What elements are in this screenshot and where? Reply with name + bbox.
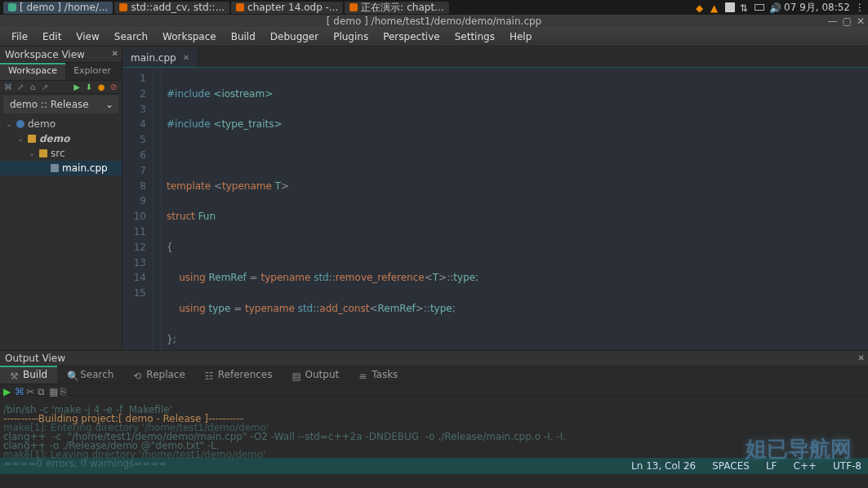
menu-view[interactable]: View — [69, 29, 105, 45]
system-taskbar: [ demo ] /home/... std::add_cv, std::...… — [0, 0, 868, 15]
tree-toggle[interactable]: ⌄ — [16, 135, 24, 143]
output-save-icon[interactable]: ⎘ — [60, 386, 69, 394]
output-tabs: ⚒Build 🔍Search ⟲Replace ☷References ▤Out… — [0, 365, 868, 384]
tree-folder-src[interactable]: ⌄ src — [0, 146, 122, 161]
task-present[interactable]: 正在演示: chapt... — [345, 2, 448, 14]
link-icon[interactable]: ⌘ — [3, 82, 13, 92]
tray-warning-icon[interactable]: ▲ — [710, 2, 720, 12]
tree-toggle[interactable]: ⌄ — [28, 149, 36, 157]
chevron-down-icon: ⌄ — [105, 99, 114, 110]
output-run-icon[interactable]: ▶ — [3, 386, 11, 394]
tasks-icon: ≡ — [358, 370, 367, 379]
window-close-button[interactable]: ✕ — [857, 16, 865, 27]
tray-menu-icon[interactable]: ⋮ — [855, 2, 865, 13]
references-icon: ☷ — [205, 370, 213, 379]
status-indent-mode[interactable]: SPACES — [712, 460, 750, 472]
output-copy-icon[interactable]: ⧉ — [38, 386, 46, 394]
tree-file-main[interactable]: main.cpp — [0, 161, 122, 175]
editor-tabs: main.cpp ✕ — [122, 47, 868, 68]
folder-icon — [39, 149, 47, 157]
status-eol[interactable]: LF — [766, 460, 777, 472]
tree-toggle[interactable]: ⌄ — [5, 120, 13, 128]
tree-label: demo — [28, 118, 56, 130]
tree-project[interactable]: ⌄ demo — [0, 131, 122, 146]
pause-icon[interactable]: ● — [96, 82, 106, 92]
run-icon[interactable]: ▶ — [72, 82, 82, 92]
menu-search[interactable]: Search — [108, 29, 154, 45]
menu-help[interactable]: Help — [503, 29, 538, 45]
tray-clock[interactable]: 07 9月, 08:52 — [784, 1, 850, 15]
window-minimize-button[interactable]: — — [828, 16, 838, 27]
editor-tab-main[interactable]: main.cpp ✕ — [122, 47, 198, 67]
output-panel-close-button[interactable]: ✕ — [858, 353, 865, 362]
folder-icon — [28, 135, 36, 143]
build-tab-icon: ⚒ — [10, 370, 18, 379]
workspace-tree: ⌄ demo ⌄ demo ⌄ src main.cpp — [0, 115, 122, 350]
workspace-panel-header: Workspace View ✕ — [0, 47, 122, 63]
output-tab-replace[interactable]: ⟲Replace — [123, 366, 194, 384]
search-icon: 🔍 — [67, 370, 75, 379]
menu-debugger[interactable]: Debugger — [264, 29, 325, 45]
menu-file[interactable]: File — [5, 29, 34, 45]
workspace-panel-close-button[interactable]: ✕ — [112, 49, 118, 58]
output-tab-search[interactable]: 🔍Search — [57, 366, 123, 384]
tree-workspace-root[interactable]: ⌄ demo — [0, 117, 122, 131]
menu-edit[interactable]: Edit — [36, 29, 68, 45]
tray-notify-icon[interactable]: ◆ — [696, 2, 706, 12]
window-titlebar: [ demo ] /home/test1/demo/demo/main.cpp … — [0, 15, 868, 27]
menu-bar: File Edit View Search Workspace Build De… — [0, 27, 868, 47]
build-run-icon[interactable]: ⬇ — [84, 82, 94, 92]
output-tab-references[interactable]: ☷References — [195, 366, 283, 384]
output-clear-icon[interactable]: ✂ — [26, 386, 34, 394]
tab-explorer[interactable]: Explorer — [65, 63, 119, 80]
status-cursor-pos[interactable]: Ln 13, Col 26 — [631, 460, 696, 472]
output-tab-tasks[interactable]: ≡Tasks — [349, 366, 407, 384]
editor-area: main.cpp ✕ 123456789101112131415 #includ… — [122, 47, 868, 350]
tray-volume-icon[interactable]: 🔊 — [769, 2, 779, 12]
menu-plugins[interactable]: Plugins — [327, 29, 375, 45]
task-browser1[interactable]: std::add_cv, std::... — [114, 2, 229, 14]
home-icon[interactable]: ⌂ — [28, 82, 38, 92]
workspace-panel-tabs: Workspace Explorer — [0, 63, 122, 81]
menu-perspective[interactable]: Perspective — [376, 29, 447, 45]
goto-icon[interactable]: ↗ — [40, 82, 50, 92]
build-config-dropdown[interactable]: demo :: Release ⌄ — [3, 95, 118, 113]
output-tab-output[interactable]: ▤Output — [283, 366, 349, 384]
code-editor[interactable]: 123456789101112131415 #include <iostream… — [122, 68, 868, 350]
task-impress[interactable]: chapter 14.odp -... — [231, 2, 343, 14]
output-text[interactable]: /bin/sh -c 'make -j 4 -e -f Makefile'---… — [0, 396, 868, 458]
output-tab-build[interactable]: ⚒Build — [0, 366, 57, 384]
menu-build[interactable]: Build — [225, 29, 262, 45]
output-icon: ▤ — [292, 370, 300, 379]
replace-icon: ⟲ — [133, 370, 141, 379]
tree-label: src — [51, 148, 65, 159]
code-text[interactable]: #include <iostream> #include <type_trait… — [162, 68, 868, 350]
tray-battery-icon[interactable] — [754, 4, 764, 11]
status-language[interactable]: C++ — [794, 460, 817, 472]
editor-tab-label: main.cpp — [131, 52, 176, 64]
stop-icon[interactable]: ⊘ — [109, 82, 118, 92]
impress-icon — [236, 3, 244, 11]
tree-label: demo — [39, 133, 69, 144]
status-encoding[interactable]: UTF-8 — [833, 460, 861, 472]
window-maximize-button[interactable]: ▢ — [843, 16, 852, 27]
app-icon — [8, 3, 16, 11]
workspace-toolbar: ⌘ ⤢ ⌂ ↗ ▶ ⬇ ● ⊘ — [0, 81, 122, 94]
workspace-panel-title: Workspace View — [5, 49, 85, 60]
tray-keyboard-icon[interactable] — [725, 2, 735, 12]
output-panel-header: Output View ✕ — [0, 350, 868, 365]
output-toolbar: ▶ ⌘ ✂ ⧉ ▦ ⎘ — [0, 384, 868, 396]
output-paste-icon[interactable]: ▦ — [49, 386, 57, 394]
editor-tab-close-button[interactable]: ✕ — [183, 53, 189, 62]
output-panel-title: Output View — [5, 353, 65, 364]
tab-workspace[interactable]: Workspace — [0, 63, 65, 80]
collapse-icon[interactable]: ⤢ — [16, 82, 25, 92]
output-link-icon[interactable]: ⌘ — [15, 386, 23, 394]
window-title: [ demo ] /home/test1/demo/demo/main.cpp — [327, 16, 541, 27]
tray-network-icon[interactable]: ⇅ — [740, 2, 750, 12]
fold-gutter[interactable] — [154, 68, 162, 350]
menu-settings[interactable]: Settings — [448, 29, 501, 45]
present-icon — [349, 3, 358, 11]
task-ide[interactable]: [ demo ] /home/... — [3, 2, 113, 14]
menu-workspace[interactable]: Workspace — [156, 29, 223, 45]
